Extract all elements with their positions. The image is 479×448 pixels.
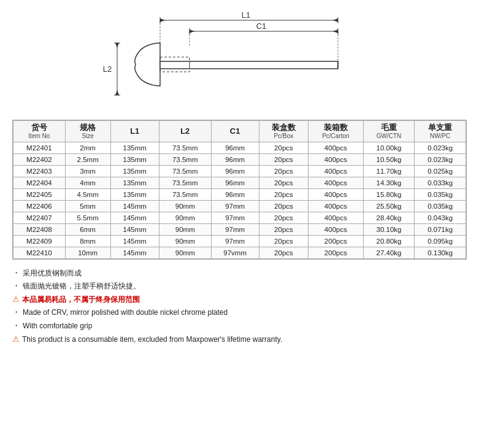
table-row: M224065mm145mm90mm97mm20pcs400pcs25.50kg… — [13, 200, 466, 212]
diagram-section: L1 C1 L2 — [9, 6, 470, 120]
svg-text:L1: L1 — [241, 10, 250, 20]
table-row: M224075.5mm145mm90mm97mm20pcs400pcs28.40… — [13, 212, 466, 223]
table-header-row: 货号 Item No 规格 Size L1 L2 C1 — [13, 121, 466, 142]
col-size: 规格 Size — [65, 121, 110, 142]
col-pc-box: 装盒数 Pc/Box — [259, 121, 308, 142]
notes-section: ・ 采用优质钢制而成 ・ 镜面抛光镀铬，注塑手柄舒适快捷。 ⚠ 本品属易耗品，不… — [12, 267, 467, 347]
col-item-no: 货号 Item No — [13, 121, 66, 142]
table-row: M2241010mm145mm90mm97vmm20pcs200pcs27.40… — [13, 247, 466, 258]
svg-text:C1: C1 — [256, 21, 266, 31]
svg-marker-16 — [115, 90, 119, 95]
svg-rect-22 — [160, 61, 338, 69]
col-c1: C1 — [211, 121, 259, 142]
svg-marker-10 — [333, 29, 338, 33]
en-warning: ⚠ This product is a consumable item, exc… — [12, 333, 467, 347]
cn-warning: ⚠ 本品属易耗品，不属于终身保用范围 — [12, 293, 467, 307]
specifications-table: 货号 Item No 规格 Size L1 L2 C1 — [13, 120, 466, 259]
col-l2: L2 — [159, 121, 211, 142]
svg-text:L2: L2 — [102, 64, 111, 74]
col-nw: 单支重 NW/PC — [415, 121, 466, 142]
svg-marker-9 — [190, 29, 194, 33]
data-table-section: 货号 Item No 规格 Size L1 L2 C1 — [12, 120, 467, 260]
en-note-2: ・ With comfortable grip — [12, 320, 467, 333]
table-row: M224012mm135mm73.5mm96mm20pcs400pcs10.00… — [13, 142, 466, 153]
svg-marker-4 — [333, 18, 338, 22]
cn-note-2: ・ 镜面抛光镀铬，注塑手柄舒适快捷。 — [12, 280, 467, 293]
col-l1: L1 — [110, 121, 159, 142]
svg-marker-15 — [115, 43, 119, 48]
col-gw: 毛重 GW/CTN — [363, 121, 415, 142]
page-wrapper: L1 C1 L2 — [0, 0, 479, 358]
cn-note-1: ・ 采用优质钢制而成 — [12, 267, 467, 280]
table-row: M224054.5mm135mm73.5mm96mm20pcs400pcs15.… — [13, 188, 466, 200]
table-row: M224098mm145mm90mm97mm20pcs200pcs20.80kg… — [13, 235, 466, 247]
en-note-1: ・ Made of CRV, mirror polished with doub… — [12, 306, 467, 320]
table-row: M224044mm135mm73.5mm96mm20pcs400pcs14.30… — [13, 177, 466, 188]
table-row: M224086mm145mm90mm97mm20pcs400pcs30.10kg… — [13, 223, 466, 235]
table-row: M224022.5mm135mm73.5mm96mm20pcs400pcs10.… — [13, 153, 466, 165]
svg-marker-3 — [160, 18, 165, 22]
tool-diagram: L1 C1 L2 — [99, 9, 381, 110]
col-pc-carton: 装箱数 Pc/Carton — [308, 121, 364, 142]
table-row: M224033mm135mm73.5mm96mm20pcs400pcs11.70… — [13, 165, 466, 177]
